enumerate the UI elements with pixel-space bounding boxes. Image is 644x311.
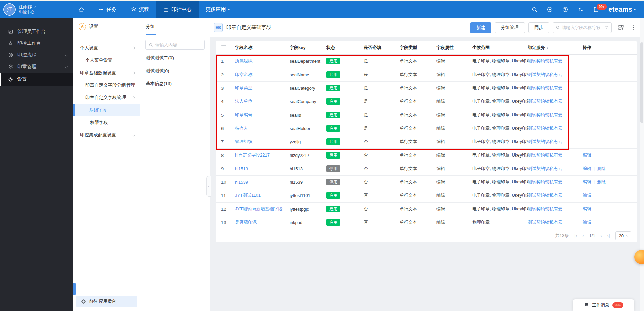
more-actions-icon[interactable] bbox=[630, 24, 637, 31]
avatar[interactable]: 江 bbox=[3, 3, 16, 16]
service-link[interactable]: 测试契约锁私有云 bbox=[528, 179, 562, 184]
group-search-box[interactable] bbox=[145, 40, 205, 50]
sidebar-item-label: 印控流程 bbox=[17, 52, 36, 58]
field-name-link[interactable]: 印章类型 bbox=[235, 85, 252, 90]
nav-flow[interactable]: 流程 bbox=[123, 1, 156, 18]
edit-action-link[interactable]: 编辑 bbox=[583, 220, 591, 225]
chevron-right-icon bbox=[132, 71, 135, 74]
first-page-button[interactable]: |‹ bbox=[574, 233, 577, 238]
collapse-left-handle[interactable]: ‹ bbox=[206, 176, 211, 197]
settings-item-permission-fields[interactable]: 权限字段 bbox=[73, 116, 140, 129]
sidebar-item-seal-workbench[interactable]: 印控工作台 bbox=[0, 37, 73, 49]
field-name-link[interactable]: JYT测试1101 bbox=[235, 193, 261, 198]
sidebar-item-seal-manage[interactable]: 印章管理 bbox=[0, 61, 73, 73]
edit-action-link[interactable]: 编辑 bbox=[583, 206, 591, 211]
panel-collapse-handle[interactable] bbox=[73, 283, 76, 295]
brand-logo[interactable]: eteams bbox=[608, 6, 636, 13]
group-item[interactable]: 基本信息(13) bbox=[140, 77, 210, 90]
service-link[interactable]: 测试契约锁私有云 bbox=[528, 220, 562, 225]
nav-more-apps[interactable]: 更多应用 bbox=[199, 1, 237, 18]
group-item[interactable]: 测试测试(0) bbox=[140, 64, 210, 77]
group-item[interactable]: 测试测试二(0) bbox=[140, 52, 210, 64]
group-search-input[interactable] bbox=[155, 42, 201, 47]
work-messages-bar[interactable]: 工作消息 99+ bbox=[573, 299, 634, 311]
column-header-service[interactable]: 绑定服务↓ bbox=[528, 41, 583, 54]
scrollbar-track[interactable] bbox=[640, 18, 644, 311]
group-manage-button[interactable]: 分组管理 bbox=[495, 22, 525, 33]
field-type: 单行文本 bbox=[400, 122, 436, 135]
user-menu[interactable]: 江 江雨婷 印控中心 bbox=[0, 3, 67, 16]
nav-home[interactable] bbox=[71, 1, 91, 18]
service-link[interactable]: 测试契约锁私有云 bbox=[528, 99, 562, 104]
field-name-link[interactable]: 所属组织 bbox=[235, 58, 252, 63]
select-all-checkbox[interactable] bbox=[221, 45, 226, 50]
field-name-link[interactable]: 印章名称 bbox=[235, 72, 252, 77]
field-name-cell: 所属组织 bbox=[234, 54, 290, 68]
settings-item-basic-fields[interactable]: 基础字段 bbox=[73, 104, 140, 116]
service-link[interactable]: 测试契约锁私有云 bbox=[528, 58, 562, 63]
delete-action-link[interactable]: 删除 bbox=[597, 179, 606, 184]
field-search-input[interactable] bbox=[562, 25, 600, 30]
field-name-link[interactable]: JYT测试pg新增基础字段 bbox=[235, 206, 283, 211]
status-badge: 启用 bbox=[326, 192, 340, 199]
delete-action-link[interactable]: 删除 bbox=[597, 166, 606, 171]
edit-action-link[interactable]: 编辑 bbox=[583, 193, 591, 198]
field-name-link[interactable]: hl1539 bbox=[235, 180, 248, 185]
service-link[interactable]: 测试契约锁私有云 bbox=[528, 85, 562, 90]
sidebar-item-admin-workbench[interactable]: 管理员工作台 bbox=[0, 26, 73, 37]
settings-item-integration-config[interactable]: 印控集成配置设置 bbox=[73, 129, 140, 141]
plus-circle-icon[interactable] bbox=[547, 6, 553, 13]
service-link[interactable]: 测试契约锁私有云 bbox=[528, 112, 562, 117]
view-switch-icon[interactable] bbox=[618, 24, 624, 31]
sync-button[interactable]: 同步 bbox=[528, 22, 549, 33]
settings-item-personal[interactable]: 个人设置 bbox=[73, 42, 140, 54]
service-link[interactable]: 测试契约锁私有云 bbox=[528, 166, 562, 171]
edit-action-link[interactable]: 编辑 bbox=[583, 166, 591, 171]
last-page-button[interactable]: ›| bbox=[607, 233, 610, 238]
service-link[interactable]: 测试契约锁私有云 bbox=[528, 139, 562, 144]
service-link[interactable]: 测试契约锁私有云 bbox=[528, 206, 562, 211]
required-value: 否 bbox=[364, 162, 400, 175]
settings-item-seal-base-data[interactable]: 印章基础数据设置 bbox=[73, 66, 140, 79]
service-link[interactable]: 测试契约锁私有云 bbox=[528, 193, 562, 198]
required-value: 否 bbox=[364, 189, 400, 202]
service-link[interactable]: 测试契约锁私有云 bbox=[528, 126, 562, 131]
service-link[interactable]: 测试契约锁私有云 bbox=[528, 72, 562, 77]
new-button[interactable]: 新建 bbox=[470, 22, 491, 33]
goto-admin-backend-button[interactable]: 前往 应用后台 bbox=[76, 296, 137, 307]
tab-group[interactable]: 分组 bbox=[146, 18, 155, 35]
filter-icon[interactable] bbox=[604, 25, 609, 30]
service-cell: 测试契约锁私有云 bbox=[528, 122, 583, 135]
next-page-button[interactable]: › bbox=[600, 233, 602, 238]
sync-arrows-icon[interactable] bbox=[578, 6, 584, 13]
table-row: 9hl1513hl1513停用否单行文本编辑电子印章, 物理印章, Ukey印章… bbox=[216, 162, 637, 175]
nav-tasks[interactable]: 任务 bbox=[91, 1, 123, 18]
field-name-link[interactable]: hl1513 bbox=[235, 166, 248, 171]
scrollbar-thumb[interactable] bbox=[640, 42, 643, 123]
search-icon[interactable] bbox=[531, 6, 538, 13]
sidebar-item-settings[interactable]: 设置 bbox=[0, 73, 73, 86]
column-header-type: 字段类型 bbox=[400, 41, 436, 54]
edit-action-link[interactable]: 编辑 bbox=[583, 152, 591, 158]
settings-item-field-group-manage[interactable]: 印章自定义字段分组管理 bbox=[73, 79, 140, 91]
sidebar-item-seal-flow[interactable]: 印控流程 bbox=[0, 49, 73, 61]
field-name-link[interactable]: hl自定义字段2217 bbox=[235, 152, 270, 158]
page-size-select[interactable]: 20 bbox=[615, 231, 631, 240]
messages-button[interactable]: 99+ bbox=[593, 6, 599, 13]
field-name-link[interactable]: 法人单位 bbox=[235, 99, 252, 104]
settings-item-personal-menu[interactable]: 个人菜单设置 bbox=[73, 54, 140, 66]
field-name-link[interactable]: 印章编号 bbox=[235, 112, 252, 117]
field-name-link[interactable]: 管理组织 bbox=[235, 139, 252, 144]
field-name-link[interactable]: 是否蘸印泥 bbox=[235, 220, 257, 225]
table-row: 1所属组织sealDepartment启用是单行文本编辑电子印章, 物理印章, … bbox=[216, 54, 637, 68]
toolbar: 新建 分组管理 同步 bbox=[470, 22, 637, 33]
sort-desc-icon[interactable]: ↓ bbox=[546, 45, 548, 50]
prev-page-button[interactable]: ‹ bbox=[582, 233, 584, 238]
service-link[interactable]: 测试契约锁私有云 bbox=[528, 152, 562, 158]
field-search-box[interactable] bbox=[553, 22, 612, 33]
nav-seal-center[interactable]: 印控中心 bbox=[156, 1, 199, 18]
settings-item-custom-field-manage[interactable]: 印章自定义字段管理 bbox=[73, 91, 140, 104]
edit-action-link[interactable]: 编辑 bbox=[583, 179, 591, 184]
field-name-link[interactable]: 持有人 bbox=[235, 126, 248, 131]
help-icon[interactable] bbox=[562, 6, 568, 13]
